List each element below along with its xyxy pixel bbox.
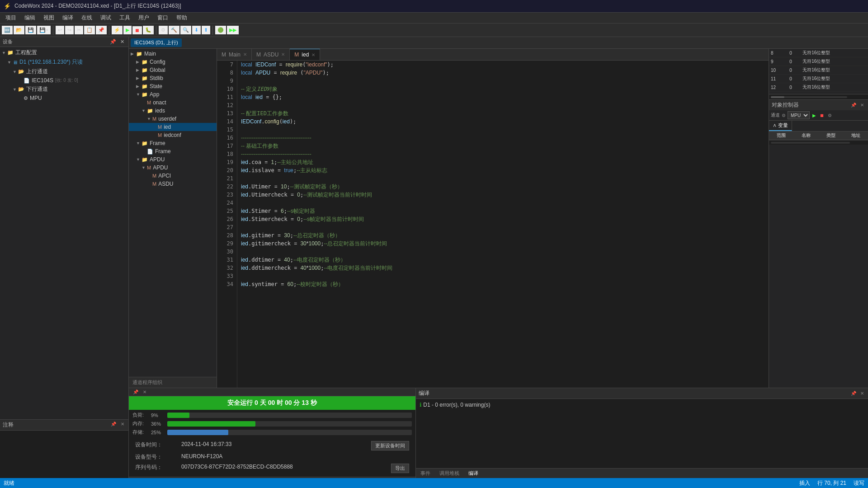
obj-settings[interactable]: ⚙ xyxy=(827,113,833,118)
panel-close[interactable]: ✕ xyxy=(119,38,126,45)
compile-pin[interactable]: 📌 xyxy=(849,390,858,396)
export-button[interactable]: 导出 xyxy=(391,464,409,473)
code-content[interactable]: local IEDConf = require("iedconf"); loca… xyxy=(237,61,769,388)
tb-download[interactable]: ⬇ xyxy=(192,26,201,34)
tab-ied[interactable]: M ied ✕ xyxy=(290,49,320,60)
col-name: 名称 xyxy=(794,131,819,140)
code-line-12 xyxy=(241,101,765,109)
menu-window[interactable]: 窗口 xyxy=(154,13,172,23)
file-tree-iedconf[interactable]: M iedconf xyxy=(129,131,217,139)
menu-project[interactable]: 项目 xyxy=(2,13,20,23)
menu-view[interactable]: 视图 xyxy=(40,13,58,23)
tab-main[interactable]: M Main ✕ xyxy=(217,49,252,60)
tab-close[interactable]: ✕ xyxy=(243,52,247,57)
row-type: 无符16位整型 xyxy=(801,83,868,92)
tb-play[interactable]: ▶▶ xyxy=(227,26,239,34)
panel-pin[interactable]: 📌 xyxy=(108,38,118,45)
arrow: ▶ xyxy=(136,76,142,80)
tb-copy[interactable]: 📋 xyxy=(84,26,95,34)
left-panel: 设备 📌 ✕ ▼ 📁 工程配置 ▼ 🖥 D1 (*192.168.1.230*)… xyxy=(0,37,129,478)
tb-upload[interactable]: ⬆ xyxy=(202,26,210,34)
note-close[interactable]: ✕ xyxy=(119,421,126,429)
file-label: Global xyxy=(150,67,165,73)
tb-redo[interactable]: ↪ xyxy=(65,26,74,34)
status-pin[interactable]: 📌 xyxy=(132,389,140,395)
tree-upstream[interactable]: ▼ 📂 上行通道 xyxy=(0,67,128,76)
scrollbar-track xyxy=(771,96,847,98)
file-tree-config[interactable]: ▶ 📁 Config xyxy=(129,58,217,66)
file-tree-global[interactable]: ▶ 📁 Global xyxy=(129,66,217,74)
serial-row: 序列号码： 007D73C6-87CF72D2-8752BECD-C8DD588… xyxy=(133,463,411,474)
note-pin[interactable]: 📌 xyxy=(109,421,118,429)
tb-undo[interactable]: ↩ xyxy=(56,26,64,34)
file-tree-main[interactable]: ▶ 📁 Main xyxy=(129,50,217,58)
tab-close[interactable]: ✕ xyxy=(311,52,315,57)
obj-stop[interactable]: ⏹ xyxy=(819,113,825,118)
tree-downstream[interactable]: ▼ 📂 下行通道 xyxy=(0,84,128,94)
file-label: Frame xyxy=(155,148,171,155)
file-tree-apdu-folder[interactable]: ▼ 📁 APDU xyxy=(129,155,217,164)
obj-ctrl-close[interactable]: ✕ xyxy=(859,102,865,108)
col-type: 类型 xyxy=(819,131,844,140)
file-tree-ied[interactable]: M ied xyxy=(129,123,217,131)
file-tree-stdlib[interactable]: ▶ 📁 Stdlib xyxy=(129,74,217,82)
tb-run[interactable]: ▶ xyxy=(123,26,132,34)
file-tree-asdu[interactable]: M ASDU xyxy=(129,180,217,188)
file-tree-frame-folder[interactable]: ▼ 📁 Frame xyxy=(129,139,217,147)
file-tree-apci[interactable]: M APCI xyxy=(129,172,217,180)
tb-new[interactable]: 🆕 xyxy=(2,26,13,34)
tb-open[interactable]: 📂 xyxy=(14,26,24,34)
tree-engineering-config[interactable]: ▼ 📁 工程配置 xyxy=(0,48,128,57)
menu-user[interactable]: 用户 xyxy=(135,13,153,23)
menu-online[interactable]: 在线 xyxy=(78,13,96,23)
var-tab-variables[interactable]: ∧ 变量 xyxy=(769,121,792,131)
compile-close[interactable]: ✕ xyxy=(859,390,865,396)
tree-device-d1[interactable]: ▼ 🖥 D1 (*192.168.1.230*) 只读 xyxy=(0,57,128,67)
channel-dropdown[interactable]: MPU xyxy=(788,111,810,119)
file-tree-apdu-sub[interactable]: ▼ M APDU xyxy=(129,164,217,172)
tb-save-all[interactable]: 💾+ xyxy=(37,26,51,34)
tb-compile[interactable]: ⚡ xyxy=(112,26,123,34)
tb-cut[interactable]: ✂ xyxy=(75,26,83,34)
tb-save[interactable]: 💾 xyxy=(25,26,36,34)
tree-iec104s[interactable]: 📄 IEC104S [收: 0 发: 0] xyxy=(0,76,128,84)
file-tree-onact[interactable]: M onact xyxy=(129,99,217,107)
scrollbar-thumb[interactable] xyxy=(771,96,784,98)
tb-stop[interactable]: ⏹ xyxy=(132,26,142,34)
code-editor[interactable]: 7 8 9 10 11 12 13 14 15 16 17 18 19 20 xyxy=(217,61,769,388)
status-close[interactable]: ✕ xyxy=(142,389,148,395)
tb-settings[interactable]: ⚙ xyxy=(159,26,168,34)
menu-edit[interactable]: 编辑 xyxy=(21,13,39,23)
file-tree-userdef[interactable]: ▼ M userdef xyxy=(129,115,217,123)
folder-icon: M xyxy=(147,165,151,170)
menu-debug[interactable]: 调试 xyxy=(97,13,115,23)
tab-asdu[interactable]: M ASDU ✕ xyxy=(252,49,290,60)
iec-tab-main[interactable]: IEC104S (D1, 上行) xyxy=(131,38,182,47)
code-line-7: local IEDConf = require("iedconf"); xyxy=(241,61,765,69)
file-label: ASDU xyxy=(158,181,173,187)
file-tree-ieds[interactable]: ▼ 📁 ieds xyxy=(129,107,217,115)
menu-tools[interactable]: 工具 xyxy=(116,13,134,23)
h-scrollbar[interactable] xyxy=(769,94,868,99)
file-tree-state[interactable]: ▶ 📁 State xyxy=(129,82,217,90)
file-tree-app[interactable]: ▼ 📁 App xyxy=(129,90,217,99)
update-time-button[interactable]: 更新设备时间 xyxy=(371,441,409,450)
device-tree: ▼ 📁 工程配置 ▼ 🖥 D1 (*192.168.1.230*) 只读 ▼ 📂… xyxy=(0,47,128,419)
tb-search[interactable]: 🔍 xyxy=(180,26,191,34)
compile-tab-events[interactable]: 事件 xyxy=(416,469,435,478)
compile-tab-compile[interactable]: 编译 xyxy=(464,469,483,478)
compile-tab-callstack[interactable]: 调用堆栈 xyxy=(435,469,464,478)
menu-help[interactable]: 帮助 xyxy=(173,13,191,23)
obj-ctrl-pin[interactable]: 📌 xyxy=(849,102,858,108)
tab-close[interactable]: ✕ xyxy=(281,52,285,57)
obj-play[interactable]: ▶ xyxy=(811,113,817,118)
serial-val: 007D73C6-87CF72D2-8752BECD-C8DD5888 xyxy=(179,463,349,474)
tb-debug[interactable]: 🐛 xyxy=(143,26,154,34)
menu-compile[interactable]: 编译 xyxy=(59,13,77,23)
tb-online[interactable]: 🟢 xyxy=(215,26,226,34)
file-tree-frame[interactable]: 📄 Frame xyxy=(129,147,217,155)
var-scrollbar[interactable] xyxy=(769,140,868,145)
tb-paste[interactable]: 📌 xyxy=(96,26,107,34)
tb-build[interactable]: 🔨 xyxy=(169,26,179,34)
tree-mpu[interactable]: ⚙ MPU xyxy=(0,94,128,102)
